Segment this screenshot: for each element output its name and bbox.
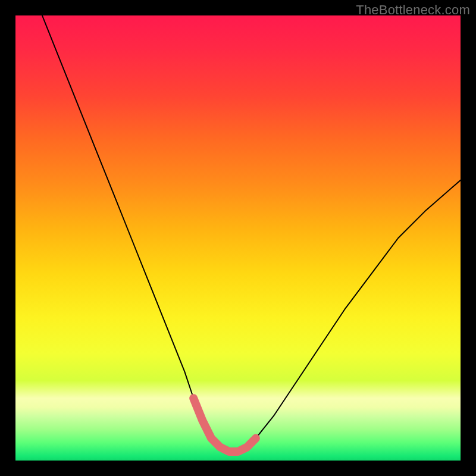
bottleneck-curve — [42, 15, 461, 452]
chart-frame: TheBottleneck.com — [0, 0, 476, 476]
watermark-text: TheBottleneck.com — [356, 2, 470, 18]
optimal-zone-highlight — [193, 398, 256, 452]
chart-svg — [15, 15, 461, 461]
plot-area — [15, 15, 461, 461]
